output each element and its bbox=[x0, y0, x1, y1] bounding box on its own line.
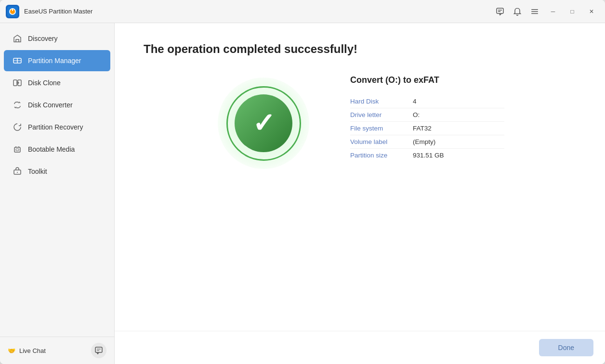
sidebar-item-disk-clone[interactable]: Disk Clone bbox=[4, 72, 110, 93]
svg-rect-18 bbox=[16, 149, 19, 151]
sidebar-item-bootable-media[interactable]: Bootable Media bbox=[4, 139, 110, 160]
sidebar-label-toolkit: Toolkit bbox=[28, 168, 47, 175]
chat-icon-button[interactable] bbox=[91, 343, 106, 358]
info-row-file-system: File system FAT32 bbox=[350, 122, 504, 135]
info-panel-title: Convert (O:) to exFAT bbox=[350, 75, 504, 85]
titlebar-actions bbox=[495, 7, 539, 16]
content-footer: Done bbox=[115, 331, 605, 364]
svg-rect-5 bbox=[497, 8, 503, 13]
sidebar-label-partition-manager: Partition Manager bbox=[28, 57, 81, 65]
sidebar-nav: Discovery Partition Manager bbox=[0, 23, 114, 337]
sidebar-item-toolkit[interactable]: Toolkit bbox=[4, 161, 110, 182]
info-label-file-system: File system bbox=[350, 125, 413, 132]
info-value-volume-label: (Empty) bbox=[413, 138, 435, 145]
info-value-drive-letter: O: bbox=[413, 111, 420, 118]
sidebar-item-discovery[interactable]: Discovery bbox=[4, 28, 110, 49]
discovery-icon bbox=[13, 34, 22, 43]
minimize-button[interactable]: ─ bbox=[545, 5, 561, 18]
checkmark-icon: ✓ bbox=[252, 110, 275, 137]
svg-rect-10 bbox=[531, 13, 538, 14]
live-chat-emoji: 🤝 bbox=[8, 347, 15, 354]
menu-icon[interactable] bbox=[530, 7, 539, 16]
content-body: The operation completed successfully! ✓ … bbox=[115, 23, 605, 331]
done-button[interactable]: Done bbox=[539, 339, 593, 356]
feedback-icon[interactable] bbox=[495, 7, 505, 16]
sidebar-item-partition-recovery[interactable]: Partition Recovery bbox=[4, 117, 110, 138]
sidebar-label-bootable-media: Bootable Media bbox=[28, 145, 75, 153]
info-label-volume-label: Volume label bbox=[350, 138, 413, 145]
maximize-button[interactable]: □ bbox=[565, 5, 580, 18]
close-button[interactable]: ✕ bbox=[584, 5, 599, 18]
info-row-hard-disk: Hard Disk 4 bbox=[350, 95, 504, 108]
info-value-hard-disk: 4 bbox=[413, 98, 417, 105]
sidebar-label-partition-recovery: Partition Recovery bbox=[28, 123, 83, 131]
info-row-volume-label: Volume label (Empty) bbox=[350, 135, 504, 149]
svg-rect-8 bbox=[531, 9, 538, 10]
sidebar-label-disk-converter: Disk Converter bbox=[28, 101, 73, 109]
info-value-file-system: FAT32 bbox=[413, 125, 432, 132]
content-area: The operation completed successfully! ✓ … bbox=[115, 23, 605, 364]
sidebar-item-disk-converter[interactable]: Disk Converter bbox=[4, 94, 110, 116]
info-label-partition-size: Partition size bbox=[350, 152, 413, 159]
live-chat-button[interactable]: 🤝 Live Chat bbox=[8, 347, 46, 354]
success-area: ✓ Convert (O:) to exFAT Hard Disk 4 Driv… bbox=[144, 75, 576, 171]
sidebar-label-disk-clone: Disk Clone bbox=[28, 79, 61, 87]
info-row-drive-letter: Drive letter O: bbox=[350, 108, 504, 122]
live-chat-label: Live Chat bbox=[19, 347, 46, 354]
sidebar-label-discovery: Discovery bbox=[28, 35, 57, 42]
info-label-drive-letter: Drive letter bbox=[350, 111, 413, 118]
info-panel: Convert (O:) to exFAT Hard Disk 4 Drive … bbox=[350, 75, 504, 162]
sidebar-footer: 🤝 Live Chat bbox=[0, 337, 114, 364]
bootable-media-icon bbox=[13, 144, 22, 154]
titlebar: EaseUS Partition Master bbox=[0, 0, 605, 23]
svg-rect-4 bbox=[12, 8, 13, 11]
svg-rect-17 bbox=[14, 147, 20, 152]
success-icon-container: ✓ bbox=[215, 75, 312, 171]
toolkit-icon bbox=[13, 167, 22, 176]
app-title: EaseUS Partition Master bbox=[24, 8, 495, 15]
app-window: EaseUS Partition Master bbox=[0, 0, 605, 364]
info-row-partition-size: Partition size 931.51 GB bbox=[350, 149, 504, 162]
svg-rect-23 bbox=[95, 347, 102, 352]
sidebar-item-partition-manager[interactable]: Partition Manager bbox=[4, 50, 110, 71]
svg-rect-14 bbox=[13, 80, 17, 86]
disk-converter-icon bbox=[13, 100, 22, 110]
info-label-hard-disk: Hard Disk bbox=[350, 98, 413, 105]
app-logo bbox=[6, 5, 19, 18]
partition-manager-icon bbox=[13, 56, 22, 65]
sidebar: Discovery Partition Manager bbox=[0, 23, 115, 364]
success-circle: ✓ bbox=[235, 94, 292, 152]
svg-rect-9 bbox=[531, 11, 538, 12]
info-value-partition-size: 931.51 GB bbox=[413, 152, 444, 159]
main-content: Discovery Partition Manager bbox=[0, 23, 605, 364]
partition-recovery-icon bbox=[13, 122, 22, 132]
notification-icon[interactable] bbox=[513, 7, 522, 16]
success-title: The operation completed successfully! bbox=[144, 42, 357, 56]
window-controls: ─ □ ✕ bbox=[545, 5, 599, 18]
disk-clone-icon bbox=[13, 78, 22, 88]
